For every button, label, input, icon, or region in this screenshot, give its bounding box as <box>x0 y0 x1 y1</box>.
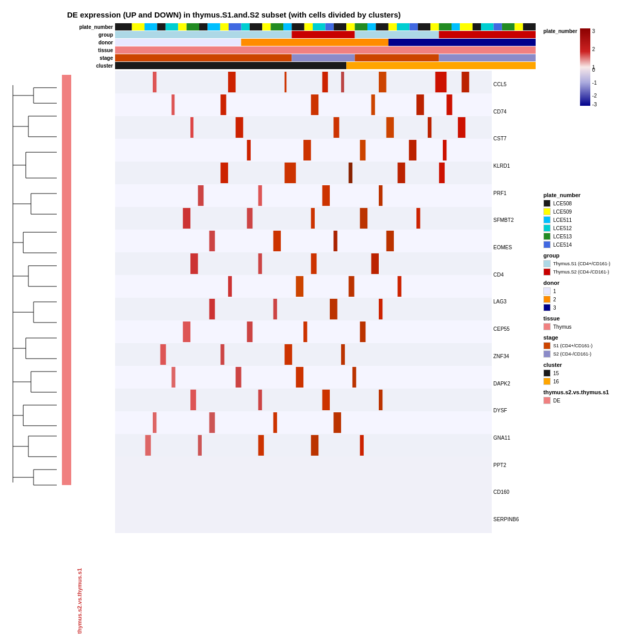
group-legend-title: group <box>543 252 639 259</box>
stage-legend: stage S1 (CD4+/CD161-) S2 (CD4-/CD161-) <box>543 334 639 358</box>
svg-rect-67 <box>313 23 325 30</box>
dendrogram-svg <box>5 23 62 498</box>
annot-label-donor: donor <box>71 40 115 45</box>
svg-rect-177 <box>220 344 224 365</box>
left-dendrogram <box>5 23 62 639</box>
stage-swatch-s1 <box>543 342 551 349</box>
stage-bar-svg <box>115 54 536 61</box>
svg-rect-186 <box>190 390 196 410</box>
svg-rect-65 <box>292 23 304 30</box>
svg-rect-95 <box>389 39 536 46</box>
svg-rect-145 <box>183 208 190 229</box>
plate-item-LCE511: LCE511 <box>543 216 639 223</box>
svg-rect-134 <box>220 163 228 183</box>
svg-rect-188 <box>323 390 330 410</box>
svg-rect-166 <box>210 299 215 319</box>
svg-rect-86 <box>514 23 523 30</box>
svg-rect-162 <box>296 276 303 297</box>
svg-rect-137 <box>398 163 406 183</box>
svg-rect-146 <box>247 208 253 229</box>
svg-rect-132 <box>443 140 446 160</box>
plate-label-LCE511: LCE511 <box>553 217 572 223</box>
svg-rect-101 <box>115 62 346 69</box>
svg-rect-100 <box>439 54 536 61</box>
svg-rect-172 <box>247 321 253 342</box>
gene-DAPK2: DAPK2 <box>492 370 536 397</box>
group-label-s1: Thymus.S1 (CD4+/CD161-) <box>553 261 610 266</box>
scale-label-neg3: -3 <box>592 102 597 107</box>
svg-rect-74 <box>389 23 397 30</box>
svg-rect-183 <box>296 367 303 388</box>
gene-GNA11: GNA11 <box>492 424 536 452</box>
donor-label-1: 1 <box>553 288 556 294</box>
de-legend-title: thymus.s2.vs.thymus.s1 <box>543 389 639 395</box>
donor-swatch-2 <box>543 296 551 303</box>
group-item-s1: Thymus.S1 (CD4+/CD161-) <box>543 260 639 267</box>
svg-rect-62 <box>262 23 270 30</box>
svg-rect-131 <box>409 140 416 160</box>
scale-label-3: 3 <box>592 28 595 34</box>
svg-rect-118 <box>446 94 452 115</box>
cluster-item-15: 15 <box>543 369 639 377</box>
heatmap-area: CCL5 CD74 CST7 KLRD1 PRF1 SFMBT2 EOMES C… <box>115 71 492 533</box>
svg-rect-68 <box>326 23 334 30</box>
gene-DYSF: DYSF <box>492 397 536 424</box>
svg-rect-89 <box>292 31 355 38</box>
annot-row-tissue: tissue <box>71 46 536 54</box>
svg-rect-198 <box>258 435 264 456</box>
cluster-swatch-15 <box>543 369 551 377</box>
cluster-legend: cluster 15 16 <box>543 362 639 385</box>
donor-legend-title: donor <box>543 280 639 286</box>
svg-rect-116 <box>371 94 375 115</box>
svg-rect-122 <box>333 117 339 138</box>
svg-rect-128 <box>247 140 251 160</box>
annot-row-plate: plate_number <box>71 23 536 30</box>
annotation-rows: plate_number <box>71 23 536 70</box>
svg-rect-167 <box>273 299 277 319</box>
svg-rect-106 <box>323 72 328 92</box>
de-bar <box>62 75 71 485</box>
svg-rect-201 <box>580 28 590 106</box>
annot-bar-tissue <box>115 46 536 54</box>
heatmap-main-svg <box>115 71 492 533</box>
tissue-swatch-thymus <box>543 323 551 330</box>
tissue-label-thymus: Thymus <box>553 324 572 330</box>
svg-rect-107 <box>379 72 387 92</box>
svg-rect-109 <box>462 72 470 92</box>
svg-rect-61 <box>250 23 262 30</box>
svg-rect-76 <box>410 23 418 30</box>
plate-swatch-LCE512 <box>543 224 551 232</box>
svg-rect-153 <box>333 231 337 251</box>
annot-row-donor: donor <box>71 39 536 46</box>
svg-rect-175 <box>115 343 492 366</box>
svg-rect-190 <box>115 411 492 434</box>
svg-rect-56 <box>199 23 207 30</box>
svg-rect-126 <box>190 117 194 138</box>
svg-rect-165 <box>115 298 492 320</box>
svg-rect-112 <box>341 72 344 92</box>
svg-rect-105 <box>228 72 236 92</box>
svg-rect-53 <box>166 23 178 30</box>
gene-SFMBT2: SFMBT2 <box>492 207 536 234</box>
annot-bar-plate <box>115 23 536 30</box>
svg-rect-120 <box>115 116 492 139</box>
plate-swatch-LCE514 <box>543 241 551 248</box>
cluster-bar-svg <box>115 62 536 69</box>
gene-PRF1: PRF1 <box>492 180 536 207</box>
svg-rect-49 <box>115 23 132 30</box>
scale-label-neg2: -2 <box>592 93 597 99</box>
tissue-legend: tissue Thymus <box>543 315 639 330</box>
svg-rect-191 <box>153 412 156 433</box>
de-label: DE <box>553 398 560 404</box>
annot-bar-donor <box>115 39 536 46</box>
de-swatch <box>543 397 551 404</box>
donor-label-2: 2 <box>553 297 556 302</box>
donor-item-1: 1 <box>543 287 639 295</box>
donor-swatch-1 <box>543 287 551 295</box>
group-label-s2: Thymus.S2 (CD4-/CD161-) <box>553 269 609 275</box>
plate-item-LCE514: LCE514 <box>543 241 639 248</box>
svg-rect-156 <box>190 253 198 274</box>
svg-rect-52 <box>157 23 166 30</box>
stage-swatch-s2 <box>543 350 551 358</box>
gene-CCL5: CCL5 <box>492 71 536 98</box>
